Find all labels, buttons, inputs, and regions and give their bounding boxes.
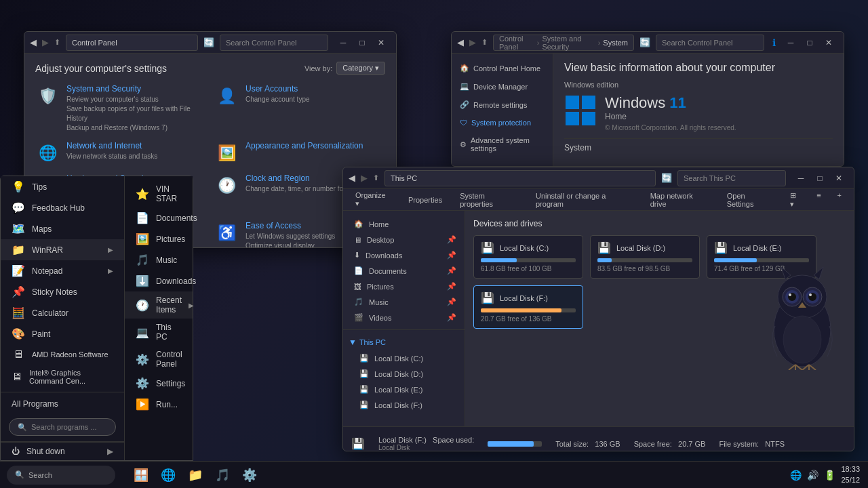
tray-network-icon[interactable]: 🌐 [790, 470, 802, 481]
sys-maximize-btn[interactable]: □ [800, 33, 819, 52]
fe-minimize-btn[interactable]: ─ [791, 169, 810, 188]
start-app-paint[interactable]: 🎨 Paint [1, 323, 124, 344]
cp-nav-back[interactable]: ◀ [30, 37, 37, 47]
fe-organize-btn[interactable]: Organize ▾ [349, 189, 397, 210]
start-search-input[interactable]: 🔍 Search programs ... [9, 418, 116, 436]
user-accounts-title[interactable]: User Accounts [245, 84, 310, 94]
fe-refresh[interactable]: 🔄 [661, 173, 672, 183]
fe-address-bar[interactable]: This PC [384, 170, 656, 186]
start-app-amd[interactable]: 🖥 AMD Radeon Software [1, 344, 124, 365]
fe-view-btn[interactable]: ⊞ ▾ [783, 189, 807, 211]
appearance-title[interactable]: Appearance and Personalization [245, 141, 363, 150]
start-app-tips[interactable]: 💡 Tips [1, 176, 124, 197]
sys-close-btn[interactable]: ✕ [819, 33, 838, 52]
sys-minimize-btn[interactable]: ─ [781, 33, 800, 52]
start-app-feedback[interactable]: 💬 Feedback Hub [1, 197, 124, 218]
fe-search[interactable]: Search This PC [677, 170, 786, 186]
fe-tree-c[interactable]: 💾 Local Disk (C:) [343, 350, 465, 366]
sidebar-item-sys-protection[interactable]: 🛡 System protection [452, 114, 553, 131]
start-app-intel[interactable]: 🖥 Intel® Graphics Command Cen... [1, 365, 124, 389]
start-item-recent[interactable]: 🕐 Recent Items ▶ [125, 291, 193, 319]
fe-sidebar-desktop[interactable]: 🖥 Desktop 📌 [343, 232, 465, 247]
fe-sidebar-home[interactable]: 🏠 Home [343, 216, 465, 232]
drive-c-card[interactable]: 💾 Local Disk (C:) 61.8 GB free of 100 GB [473, 235, 583, 279]
cp-maximize-btn[interactable]: □ [353, 33, 372, 52]
start-item-documents[interactable]: 📄 Documents [125, 207, 193, 228]
system-security-title[interactable]: System and Security [66, 84, 206, 94]
drive-d-card[interactable]: 💾 Local Disk (D:) 83.5 GB free of 98.5 G… [590, 235, 700, 279]
start-item-downloads[interactable]: ⬇️ Downloads [125, 270, 193, 291]
view-by-dropdown[interactable]: Category ▾ [336, 62, 385, 75]
taskbar-time[interactable]: 18:33 25/12 [841, 464, 860, 485]
sidebar-item-cp-home[interactable]: 🏠 Control Panel Home [452, 59, 553, 77]
drive-f-card[interactable]: 💾 Local Disk (F:) 20.7 GB free of 136 GB [473, 285, 583, 329]
sys-refresh[interactable]: 🔄 [639, 37, 650, 47]
fe-sidebar-downloads[interactable]: ⬇ Downloads 📌 [343, 247, 465, 263]
start-app-sticky[interactable]: 📌 Sticky Notes [1, 281, 124, 302]
start-app-maps[interactable]: 🗺️ Maps [1, 218, 124, 239]
cp-close-btn[interactable]: ✕ [372, 33, 391, 52]
fe-sidebar-pictures[interactable]: 🖼 Pictures 📌 [343, 279, 465, 294]
fe-sys-props-btn[interactable]: System properties [453, 190, 525, 210]
tray-sound-icon[interactable]: 🔊 [807, 470, 818, 481]
fe-tree-e[interactable]: 💾 Local Disk (E:) [343, 382, 465, 397]
start-all-programs[interactable]: All Programs [1, 395, 124, 413]
fe-sort-btn[interactable]: ≡ [810, 189, 827, 211]
tray-battery-icon[interactable]: 🔋 [824, 470, 835, 481]
sys-nav-forward[interactable]: ▶ [469, 37, 476, 47]
cp-nav-forward[interactable]: ▶ [42, 37, 49, 47]
cp-address-bar[interactable]: Control Panel [66, 35, 198, 51]
sidebar-item-device-mgr[interactable]: 💻 Device Manager [452, 77, 553, 96]
fe-map-drive-btn[interactable]: Map network drive [644, 190, 716, 210]
taskbar-icon-windows[interactable]: 🪟 [129, 463, 153, 487]
start-app-notepad[interactable]: 📝 Notepad ▶ [1, 260, 124, 281]
taskbar-icon-globe[interactable]: 🌐 [156, 463, 180, 487]
sidebar-item-advanced[interactable]: ⚙ Advanced system settings [452, 131, 553, 157]
start-item-pictures[interactable]: 🖼️ Pictures [125, 228, 193, 249]
fe-nav-up[interactable]: ⬆ [373, 174, 379, 182]
start-item-music[interactable]: 🎵 Music [125, 249, 193, 270]
fe-tree-f[interactable]: 💾 Local Disk (F:) [343, 397, 465, 413]
cp-minimize-btn[interactable]: ─ [334, 33, 353, 52]
cp-item-network[interactable]: 🌐 Network and Internet View network stat… [35, 141, 206, 165]
sidebar-item-remote[interactable]: 🔗 Remote settings [452, 96, 553, 114]
taskbar-icon-folder[interactable]: 📁 [183, 463, 208, 487]
cp-item-system-security[interactable]: 🛡️ System and Security Review your compu… [35, 84, 206, 133]
taskbar-search[interactable]: 🔍 Search [7, 466, 115, 485]
recent-label: Recent Items [156, 296, 182, 314]
start-item-settings[interactable]: ⚙️ Settings [125, 373, 193, 394]
start-item-run[interactable]: ▶️ Run... [125, 394, 193, 415]
taskbar-icon-music[interactable]: 🎵 [210, 463, 235, 487]
fe-new-btn[interactable]: + [831, 189, 848, 211]
sys-search[interactable]: Search Control Panel [656, 35, 764, 51]
fe-properties-btn[interactable]: Properties [401, 194, 449, 206]
taskbar-icon-cp[interactable]: ⚙️ [237, 463, 262, 487]
fe-sidebar-music[interactable]: 🎵 Music 📌 [343, 294, 465, 310]
sys-address-bar[interactable]: Control Panel › System and Security › Sy… [493, 35, 634, 51]
fe-open-settings-btn[interactable]: Open Settings [720, 190, 780, 210]
cp-item-appearance[interactable]: 🖼️ Appearance and Personalization [214, 141, 385, 165]
fe-maximize-btn[interactable]: □ [810, 169, 829, 188]
start-item-controlpanel[interactable]: ⚙️ Control Panel [125, 346, 193, 373]
cp-search[interactable]: Search Control Panel [220, 35, 328, 51]
fe-sidebar-videos[interactable]: 🎬 Videos 📌 [343, 310, 465, 325]
fe-tree-d[interactable]: 💾 Local Disk (D:) [343, 366, 465, 382]
network-title[interactable]: Network and Internet [66, 141, 157, 150]
ease-title[interactable]: Ease of Access [245, 221, 335, 230]
start-app-calc[interactable]: 🧮 Calculator [1, 302, 124, 323]
fe-uninstall-btn[interactable]: Uninstall or change a program [529, 190, 639, 210]
start-item-thispc[interactable]: 💻 This PC [125, 319, 193, 346]
fe-sidebar-documents[interactable]: 📄 Documents 📌 [343, 263, 465, 279]
fe-nav-forward[interactable]: ▶ [361, 173, 368, 183]
start-item-vinstar[interactable]: ⭐ VIN STAR [125, 180, 193, 207]
start-shutdown[interactable]: ⏻ Shut down ▶ [1, 442, 124, 460]
this-pc-header[interactable]: ▼ This PC [343, 334, 465, 350]
start-app-winrar[interactable]: 📁 WinRAR ▶ [1, 239, 124, 260]
cp-refresh[interactable]: 🔄 [203, 37, 214, 47]
sys-nav-up[interactable]: ⬆ [481, 38, 488, 47]
fe-close-btn[interactable]: ✕ [829, 169, 848, 188]
sys-nav-back[interactable]: ◀ [457, 37, 464, 47]
cp-nav-up[interactable]: ⬆ [54, 38, 60, 47]
cp-item-user-accounts[interactable]: 👤 User Accounts Change account type [214, 84, 385, 133]
fe-nav-back[interactable]: ◀ [349, 173, 355, 183]
